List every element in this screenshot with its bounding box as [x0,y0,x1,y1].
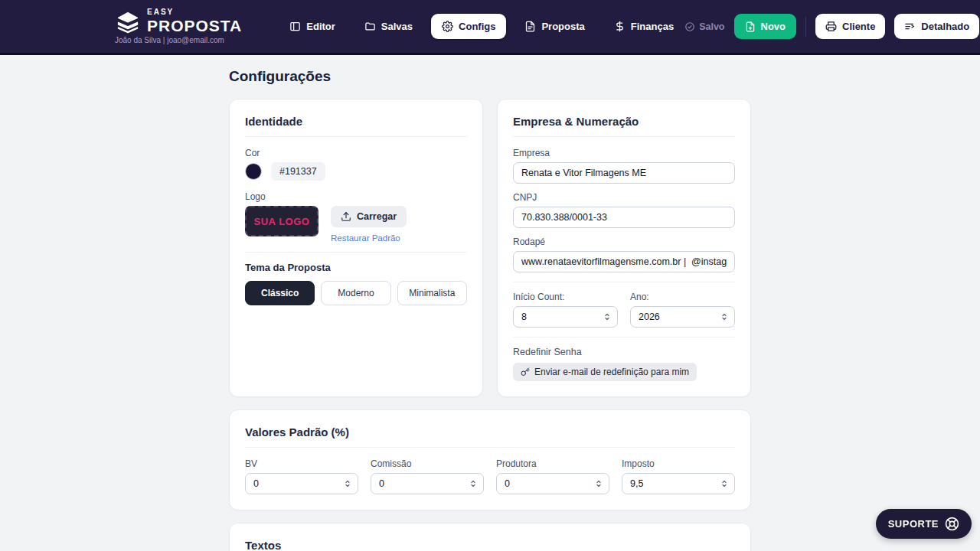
company-card: Empresa & Numeração Empresa CNPJ Rodapé … [497,99,751,397]
comissao-input[interactable] [371,473,484,494]
identity-card: Identidade Cor #191337 Logo SUA LOGO Car… [229,99,483,397]
top-navbar: EASY PROPOSTA João da Silva | joao@email… [0,0,980,55]
company-card-title: Empresa & Numeração [513,115,735,137]
brand: EASY PROPOSTA João da Silva | joao@email… [115,8,242,44]
folder-icon [364,21,376,32]
stepper-up-down-icon[interactable] [594,478,603,489]
stepper-up-down-icon[interactable] [603,311,612,322]
print-detailed-button[interactable]: Detalhado [894,14,979,39]
company-name-label: Empresa [513,148,735,158]
bv-label: BV [245,458,358,469]
gear-icon [442,21,453,32]
navbar-right: Salvo Novo Cliente Detalhado [684,14,980,39]
save-status: Salvo [684,21,724,32]
nav-item-configs[interactable]: Configs [431,14,506,39]
life-buoy-icon [945,517,959,531]
logo-preview[interactable]: SUA LOGO [245,206,318,236]
imposto-input[interactable] [622,473,735,494]
nav-item-salvas[interactable]: Salvas [354,14,423,39]
color-label: Cor [245,148,467,158]
stepper-up-down-icon[interactable] [469,478,478,489]
page-title: Configurações [229,68,751,85]
comissao-label: Comissão [371,458,484,469]
dollar-icon [614,21,626,32]
default-values-title: Valores Padrão (%) [245,425,735,448]
print-client-button[interactable]: Cliente [815,14,885,39]
logo-label: Logo [245,191,467,202]
bv-input[interactable] [245,473,358,494]
logo-placeholder-text: SUA LOGO [254,216,310,227]
new-proposal-button[interactable]: Novo [734,14,797,39]
panel-left-icon [289,21,301,32]
list-arrow-icon [904,21,916,32]
count-start-label: Início Count: [513,292,618,302]
nav-item-proposta[interactable]: Proposta [514,14,595,39]
navbar-divider [805,17,806,37]
upload-logo-button[interactable]: Carregar [331,206,407,227]
user-info: João da Silva | joao@email.com [115,36,242,44]
restore-default-link[interactable]: Restaurar Padrão [331,233,407,243]
theme-button-minimalista[interactable]: Minimalista [397,281,467,305]
file-plus-icon [745,21,756,32]
brand-name-bottom: PROPOSTA [147,18,242,34]
imposto-label: Imposto [622,458,735,469]
stepper-up-down-icon[interactable] [720,478,729,489]
layers-logo-icon [115,11,141,34]
theme-button-classico[interactable]: Clássico [245,281,315,305]
reset-password-button[interactable]: Enviar e-mail de redefinição para mim [513,363,697,381]
nav-item-financas[interactable]: Finanças [603,14,684,39]
stepper-up-down-icon[interactable] [343,478,352,489]
year-label: Ano: [630,292,735,302]
printer-icon [825,21,837,32]
main-content: Configurações Identidade Cor #191337 Log… [229,55,751,551]
theme-label: Tema da Proposta [245,262,467,273]
color-hex-value[interactable]: #191337 [271,162,325,181]
cnpj-input[interactable] [513,207,735,228]
footer-label: Rodapé [513,236,735,247]
identity-card-title: Identidade [245,115,467,137]
company-name-input[interactable] [513,162,735,184]
texts-card: Textos Intro [229,523,751,551]
produtora-input[interactable] [496,473,609,494]
check-circle-icon [684,21,695,32]
cnpj-label: CNPJ [513,192,735,203]
nav-item-editor[interactable]: Editor [279,14,346,39]
support-button[interactable]: SUPORTE [876,509,972,539]
theme-button-moderno[interactable]: Moderno [321,281,390,305]
reset-password-label: Redefinir Senha [513,347,735,357]
texts-card-title: Textos [245,539,735,551]
document-icon [524,21,536,32]
produtora-label: Produtora [496,458,609,469]
nav-items: Editor Salvas Configs Proposta Finanças [279,14,684,39]
key-icon [521,367,530,377]
footer-input[interactable] [513,251,735,272]
color-swatch[interactable] [245,163,262,180]
brand-name-top: EASY [147,8,242,16]
stepper-up-down-icon[interactable] [720,311,729,322]
upload-icon [341,211,351,222]
default-values-card: Valores Padrão (%) BV Comissão [229,409,751,510]
